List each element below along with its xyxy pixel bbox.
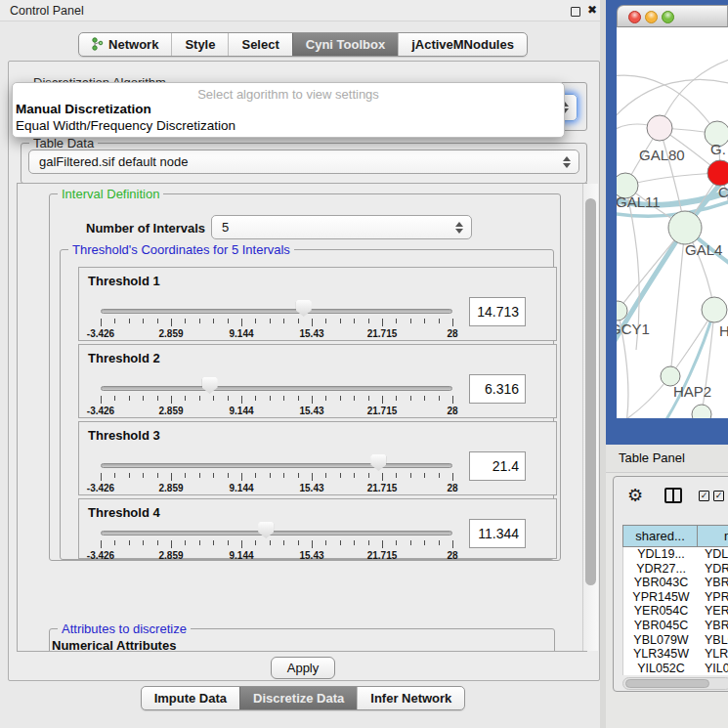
table-horizontal-scrollbar[interactable] <box>622 677 728 690</box>
table-row[interactable]: YBR045CYBR0 <box>623 619 728 633</box>
table-row[interactable]: YPR145WYPR1 <box>623 590 728 605</box>
slider-tick <box>354 396 355 401</box>
tab-discretize-data[interactable]: Discretize Data <box>239 687 357 709</box>
number-of-intervals-combobox[interactable]: 5 <box>211 215 472 239</box>
slider-tick <box>241 540 242 548</box>
algorithm-option-manual-discretization[interactable]: Manual Discretization <box>16 102 151 116</box>
tab-network[interactable]: Network <box>79 33 171 56</box>
cell-name: YIL0 <box>699 662 728 675</box>
slider-tick <box>199 319 200 323</box>
split-columns-icon[interactable] <box>664 488 682 503</box>
slider-tick <box>143 473 144 478</box>
settings-scrollbar[interactable] <box>582 184 598 651</box>
slider-tick <box>354 473 355 478</box>
slider-tick <box>410 396 411 401</box>
slider-tick <box>157 319 158 323</box>
algorithm-option-equal-width-frequency-discretization[interactable]: Equal Width/Frequency Discretization <box>16 118 236 133</box>
attributes-group-title: Attributes to discretize <box>58 621 191 636</box>
cell-shared-name: YER054C <box>623 604 699 618</box>
slider-tick <box>340 396 341 401</box>
checkbox-column-icon[interactable]: ✓ <box>699 491 709 501</box>
network-node[interactable] <box>692 405 711 418</box>
slider-tick <box>101 319 102 326</box>
checkbox-column-icon[interactable]: ✓ <box>713 491 724 501</box>
table-row[interactable]: YER054CYER0 <box>623 604 728 619</box>
slider-tick <box>270 473 271 478</box>
slider-thumb[interactable] <box>370 454 386 471</box>
tab-jactivemnodules[interactable]: jActiveMNodules <box>398 33 527 56</box>
network-window-frame: GAL80G.CGAL11GAL4GCY1HHAP2 <box>606 0 728 445</box>
slider-tick <box>283 473 284 478</box>
tab-style[interactable]: Style <box>171 33 228 56</box>
column-header-name[interactable]: n <box>698 525 728 547</box>
node-attribute-table: shared... n YDL19...YDL1YDR27...YDR2YBR0… <box>622 525 728 675</box>
tab-infer-network[interactable]: Infer Network <box>357 687 464 709</box>
network-node-h[interactable] <box>702 297 727 322</box>
table-row[interactable]: YBL079WYBL0 <box>623 632 728 647</box>
tick-label: 28 <box>447 328 457 339</box>
tick-label: 9.144 <box>229 483 253 493</box>
threshold-panel-4: Threshold 4-3.4262.8599.14415.4321.71528… <box>78 498 557 559</box>
tick-label: 9.144 <box>229 550 253 561</box>
slider-tick <box>410 540 411 545</box>
slider-track[interactable] <box>101 309 452 314</box>
apply-button[interactable]: Apply <box>271 657 335 679</box>
tick-label: 2.859 <box>158 406 183 416</box>
tab-select[interactable]: Select <box>228 33 291 56</box>
slider-tick <box>424 540 425 545</box>
table-row[interactable]: YDL19...YDL1 <box>623 547 728 562</box>
table-data-combobox[interactable]: galFiltered.sif default node <box>28 150 579 174</box>
control-panel-titlebar: Control Panel ✖ <box>0 0 606 21</box>
table-row[interactable]: YDR27...YDR2 <box>623 562 728 577</box>
table-row[interactable]: YLR345WYLR3 <box>623 647 728 662</box>
slider-tick <box>241 396 242 404</box>
table-row[interactable]: YBR043CYBR0 <box>623 576 728 590</box>
network-canvas[interactable]: GAL80G.CGAL11GAL4GCY1HHAP2 <box>617 27 728 418</box>
slider-tick <box>340 473 341 478</box>
slider-tick <box>340 540 341 545</box>
table-data-group-title: Table Data <box>29 136 98 150</box>
threshold-value-field[interactable]: 6.316 <box>469 374 526 404</box>
slider-track[interactable] <box>101 386 452 391</box>
slider-tick <box>157 540 158 545</box>
threshold-value-field[interactable]: 14.713 <box>469 297 526 326</box>
threshold-value-field[interactable]: 11.344 <box>469 519 526 548</box>
tab-cyni-toolbox[interactable]: Cyni Toolbox <box>292 33 398 56</box>
column-header-shared-name[interactable]: shared... <box>622 525 698 547</box>
tab-label: Network <box>108 37 158 52</box>
slider-tick <box>382 396 383 404</box>
slider-track[interactable] <box>101 463 452 468</box>
table-row[interactable]: YIL052CYIL0 <box>623 661 728 675</box>
slider-tick <box>157 396 158 401</box>
cell-name: YPR1 <box>699 590 728 604</box>
cell-shared-name: YBR043C <box>623 576 699 589</box>
slider-thumb[interactable] <box>202 377 218 394</box>
algorithm-dropdown-popup: Select algorithm to view settings Manual… <box>12 82 565 138</box>
network-node-c[interactable] <box>707 160 728 186</box>
tab-label: Discretize Data <box>253 691 344 706</box>
slider-tick <box>270 540 271 545</box>
slider-thumb[interactable] <box>296 300 312 317</box>
close-window-button[interactable] <box>628 11 641 23</box>
settings-gear-icon[interactable]: ⚙ <box>627 485 643 505</box>
tab-impute-data[interactable]: Impute Data <box>142 687 239 709</box>
network-node-gal4[interactable] <box>668 211 702 244</box>
threshold-value-field[interactable]: 21.4 <box>469 451 526 481</box>
slider-tick <box>368 396 369 401</box>
table-hscrollbar-thumb[interactable] <box>625 679 709 688</box>
minimize-window-button[interactable] <box>645 11 658 23</box>
network-window-titlebar[interactable] <box>617 5 728 27</box>
cell-name: YLR3 <box>699 647 728 661</box>
slider-tick <box>157 473 158 478</box>
cyni-toolbox-panel: Discretization Algorithm Table Data galF… <box>8 61 600 681</box>
close-panel-icon[interactable]: ✖ <box>587 3 597 17</box>
slider-tick <box>228 473 229 478</box>
float-panel-icon[interactable] <box>571 7 580 17</box>
settings-scrollbar-thumb[interactable] <box>585 198 596 585</box>
slider-tick <box>143 396 144 401</box>
network-node-gal80[interactable] <box>647 115 672 141</box>
zoom-window-button[interactable] <box>662 11 674 23</box>
tick-label: 21.715 <box>367 328 398 339</box>
slider-track[interactable] <box>101 531 452 535</box>
slider-thumb[interactable] <box>258 522 274 538</box>
